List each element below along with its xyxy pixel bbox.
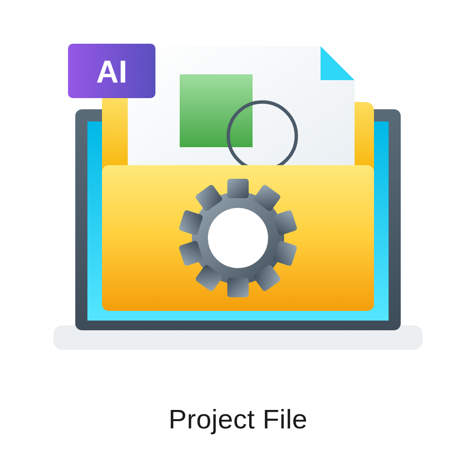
svg-rect-11 — [227, 278, 249, 297]
svg-point-16 — [208, 208, 268, 268]
caption-label: Project File — [0, 403, 476, 435]
gear-icon — [178, 179, 298, 297]
ai-badge-label: AI — [96, 54, 127, 89]
ai-badge: AI — [68, 44, 155, 98]
svg-rect-6 — [227, 179, 249, 198]
